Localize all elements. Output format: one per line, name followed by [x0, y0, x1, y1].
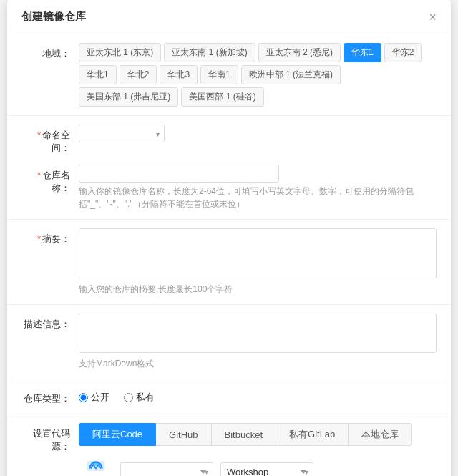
radio-private[interactable]: 私有: [124, 391, 155, 404]
region-btn-e1[interactable]: 华东1: [344, 43, 381, 62]
codesource-content: 阿里云Code GitHub Bitbucket 私有GitLab 本地仓库 阿…: [79, 423, 437, 476]
region-grid: 亚太东北 1 (东京) 亚太东南 1 (新加坡) 亚太东南 2 (悉尼) 华东1…: [79, 43, 437, 107]
source-btn-group: 阿里云Code GitHub Bitbucket 私有GitLab 本地仓库: [79, 423, 437, 446]
branch-select-wrapper: Workshop ▾: [220, 462, 313, 477]
radio-private-input[interactable]: [124, 393, 133, 402]
source-btn-private-gitlab[interactable]: 私有GitLab: [276, 423, 349, 446]
codesource-section: 设置代码源： 阿里云Code GitHub Bitbucket 私有GitLab…: [7, 419, 451, 476]
region-btn-ne1[interactable]: 亚太东北 1 (东京): [79, 43, 161, 62]
description-label: 描述信息：: [21, 314, 79, 331]
aliyun-logo-icon: [83, 455, 109, 476]
repo-select-wrapper: ▾: [120, 462, 213, 477]
close-button[interactable]: ×: [429, 11, 437, 24]
reponame-input[interactable]: [79, 165, 279, 183]
region-btn-n3[interactable]: 华北3: [160, 65, 198, 84]
repotype-label: 仓库类型：: [21, 388, 79, 405]
region-section: 地域： 亚太东北 1 (东京) 亚太东南 1 (新加坡) 亚太东南 2 (悉尼)…: [7, 39, 451, 111]
repotype-content: 公开 私有: [79, 388, 437, 404]
region-btn-e2[interactable]: 华东2: [384, 43, 422, 62]
region-btn-se1[interactable]: 亚太东南 1 (新加坡): [164, 43, 255, 62]
namespace-select[interactable]: [79, 125, 165, 142]
source-btn-bitbucket[interactable]: Bitbucket: [211, 423, 276, 446]
summary-hint: 输入您的仓库的摘要,长度最长100个字符: [79, 283, 437, 296]
region-btn-eu1[interactable]: 欧洲中部 1 (法兰克福): [241, 65, 341, 84]
source-btn-github[interactable]: GitHub: [155, 423, 211, 446]
modal-title: 创建镜像仓库: [21, 10, 86, 24]
region-btn-use1[interactable]: 美国东部 1 (弗吉尼亚): [79, 87, 178, 107]
region-btn-n2[interactable]: 华北2: [120, 65, 157, 84]
branch-select[interactable]: Workshop: [220, 462, 313, 477]
namespace-section: 命名空间： ▾: [7, 120, 451, 159]
reponame-content: 输入你的镜像仓库名称，长度为2-64位，可填写小写英文字母、数字，可使用的分隔符…: [79, 165, 437, 210]
code-source-row: 阿里云 ▾ Workshop ▾: [79, 455, 437, 476]
reponame-section: 仓库名称： 输入你的镜像仓库名称，长度为2-64位，可填写小写英文字母、数字，可…: [7, 160, 451, 215]
description-textarea[interactable]: [79, 314, 437, 353]
repotype-radio-group: 公开 私有: [79, 388, 437, 404]
create-mirror-modal: 创建镜像仓库 × 地域： 亚太东北 1 (东京) 亚太东南 1 (新加坡) 亚太…: [7, 0, 451, 476]
summary-label: 摘要：: [21, 228, 79, 246]
region-label: 地域：: [21, 43, 79, 60]
source-btn-aliyun[interactable]: 阿里云Code: [79, 423, 156, 446]
region-btn-n1[interactable]: 华北1: [79, 65, 117, 84]
summary-textarea[interactable]: [79, 228, 437, 278]
summary-section: 摘要： 输入您的仓库的摘要,长度最长100个字符: [7, 224, 451, 300]
radio-public[interactable]: 公开: [79, 391, 109, 404]
summary-content: 输入您的仓库的摘要,长度最长100个字符: [79, 228, 437, 296]
repotype-section: 仓库类型： 公开 私有: [7, 384, 451, 409]
source-btn-local[interactable]: 本地仓库: [348, 423, 412, 446]
reponame-label: 仓库名称：: [21, 165, 79, 195]
namespace-label: 命名空间：: [21, 125, 79, 155]
region-btn-se2[interactable]: 亚太东南 2 (悉尼): [258, 43, 341, 62]
description-content: 支持MarkDown格式: [79, 314, 437, 370]
reponame-hint: 输入你的镜像仓库名称，长度为2-64位，可填写小写英文字母、数字，可使用的分隔符…: [79, 185, 437, 210]
region-btn-usw1[interactable]: 美国西部 1 (硅谷): [181, 87, 263, 107]
namespace-select-wrapper: ▾: [79, 125, 165, 142]
description-section: 描述信息： 支持MarkDown格式: [7, 309, 451, 374]
region-btn-s1[interactable]: 华南1: [200, 65, 238, 84]
description-hint: 支持MarkDown格式: [79, 357, 437, 370]
modal-header: 创建镜像仓库 ×: [7, 0, 451, 31]
repo-select[interactable]: [120, 462, 213, 477]
namespace-content: ▾: [79, 125, 437, 142]
radio-public-input[interactable]: [79, 393, 88, 402]
region-content: 亚太东北 1 (东京) 亚太东南 1 (新加坡) 亚太东南 2 (悉尼) 华东1…: [79, 43, 437, 107]
aliyun-logo: 阿里云: [79, 455, 113, 476]
namespace-row: ▾: [79, 125, 437, 142]
codesource-label: 设置代码源：: [21, 423, 79, 453]
